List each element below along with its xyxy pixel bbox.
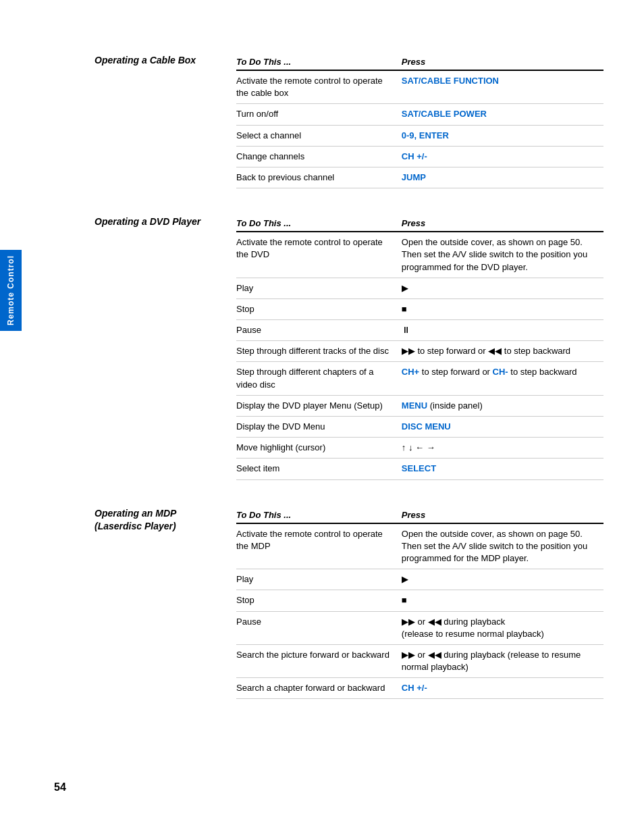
side-tab-label: Remote Control: [6, 255, 16, 325]
cell-description: Search a chapter forward or backward: [236, 678, 402, 699]
section-title-dvd: Operating a DVD Player: [95, 215, 216, 229]
cell-press: DISC MENU: [402, 417, 603, 438]
cell-press: SELECT: [402, 459, 603, 479]
cell-press: ▶▶ or ◀◀ during playback(release to resu…: [402, 611, 603, 644]
cell-description: Change channels: [236, 146, 402, 167]
table-row: Display the DVD MenuDISC MENU: [236, 417, 603, 438]
table-row: Search a chapter forward or backwardCH +…: [236, 678, 603, 699]
cell-press: ↑ ↓ ← →: [402, 438, 603, 459]
table-row: Step through different tracks of the dis…: [236, 341, 603, 362]
table-row: Play▶: [236, 278, 603, 298]
table-row: Select a channel0-9, ENTER: [236, 125, 603, 146]
section-title-cable-box: Operating a Cable Box: [95, 54, 216, 68]
table-row: Search the picture forward or backward▶▶…: [236, 644, 603, 677]
cell-press: MENU (inside panel): [402, 395, 603, 416]
table-cable-box: To Do This ... Press Activate the remote…: [236, 54, 603, 188]
table-row: Step through different chapters of a vid…: [236, 362, 603, 395]
section-table-col-cable-box: To Do This ... Press Activate the remote…: [236, 54, 603, 188]
section-title-col-mdp: Operating an MDP (Laserdisc Player): [95, 507, 216, 700]
section-title-col-cable-box: Operating a Cable Box: [95, 54, 216, 188]
cell-description: Display the DVD Menu: [236, 417, 402, 438]
col1-header-mdp: To Do This ...: [236, 507, 402, 523]
cell-press: Open the outside cover, as shown on page…: [402, 523, 603, 569]
cell-press: CH+ to step forward or CH- to step backw…: [402, 362, 603, 395]
cell-press: ▶: [402, 569, 603, 590]
section-dvd-player: Operating a DVD Player To Do This ... Pr…: [95, 215, 603, 479]
cell-press: JUMP: [402, 167, 603, 188]
cell-press: 0-9, ENTER: [402, 125, 603, 146]
cell-description: Stop: [236, 590, 402, 611]
table-row: Stop■: [236, 298, 603, 319]
cell-description: Play: [236, 569, 402, 590]
table-row: Activate the remote control to operate t…: [236, 70, 603, 104]
col2-header-mdp: Press: [402, 507, 603, 523]
side-tab: Remote Control: [0, 250, 22, 331]
section-table-col-dvd: To Do This ... Press Activate the remote…: [236, 215, 603, 479]
section-table-col-mdp: To Do This ... Press Activate the remote…: [236, 507, 603, 700]
section-cable-box: Operating a Cable Box To Do This ... Pre…: [95, 54, 603, 188]
cell-description: Activate the remote control to operate t…: [236, 523, 402, 569]
cell-description: Pause: [236, 320, 402, 341]
table-row: Activate the remote control to operate t…: [236, 523, 603, 569]
table-row: Back to previous channelJUMP: [236, 167, 603, 188]
table-row: Play▶: [236, 569, 603, 590]
table-row: Select itemSELECT: [236, 459, 603, 479]
cell-description: Back to previous channel: [236, 167, 402, 188]
table-mdp: To Do This ... Press Activate the remote…: [236, 507, 603, 700]
cell-press: ▶: [402, 278, 603, 298]
page-number: 54: [54, 781, 66, 793]
cell-description: Pause: [236, 611, 402, 644]
section-title-col-dvd: Operating a DVD Player: [95, 215, 216, 479]
table-dvd: To Do This ... Press Activate the remote…: [236, 215, 603, 479]
table-row: Move highlight (cursor)↑ ↓ ← →: [236, 438, 603, 459]
cell-description: Display the DVD player Menu (Setup): [236, 395, 402, 416]
cell-description: Play: [236, 278, 402, 298]
cell-press: CH +/-: [402, 678, 603, 699]
col1-header-cable-box: To Do This ...: [236, 54, 402, 70]
cell-press: ■: [402, 298, 603, 319]
main-content: Operating a Cable Box To Do This ... Pre…: [27, 0, 644, 766]
cell-description: Move highlight (cursor): [236, 438, 402, 459]
table-row: Change channelsCH +/-: [236, 146, 603, 167]
cell-press: CH +/-: [402, 146, 603, 167]
cell-description: Select item: [236, 459, 402, 479]
cell-description: Select a channel: [236, 125, 402, 146]
col2-header-cable-box: Press: [402, 54, 603, 70]
table-row: Stop■: [236, 590, 603, 611]
section-mdp-player: Operating an MDP (Laserdisc Player) To D…: [95, 507, 603, 700]
cell-description: Stop: [236, 298, 402, 319]
col2-header-dvd: Press: [402, 215, 603, 232]
cell-description: Search the picture forward or backward: [236, 644, 402, 677]
table-row: Activate the remote control to operate t…: [236, 232, 603, 278]
cell-description: Step through different chapters of a vid…: [236, 362, 402, 395]
cell-press: ▶▶ or ◀◀ during playback (release to res…: [402, 644, 603, 677]
cell-description: Activate the remote control to operate t…: [236, 70, 402, 104]
cell-press: Open the outside cover, as shown on page…: [402, 232, 603, 278]
cell-description: Step through different tracks of the dis…: [236, 341, 402, 362]
table-row: Display the DVD player Menu (Setup)MENU …: [236, 395, 603, 416]
cell-press: ▶▶ to step forward or ◀◀ to step backwar…: [402, 341, 603, 362]
table-row: Pause▶▶ or ◀◀ during playback(release to…: [236, 611, 603, 644]
table-row: Turn on/offSAT/CABLE POWER: [236, 104, 603, 125]
cell-description: Activate the remote control to operate t…: [236, 232, 402, 278]
table-row: Pause⏸: [236, 320, 603, 341]
cell-press: SAT/CABLE POWER: [402, 104, 603, 125]
cell-press: SAT/CABLE FUNCTION: [402, 70, 603, 104]
section-title-mdp: Operating an MDP (Laserdisc Player): [95, 507, 216, 533]
cell-press: ■: [402, 590, 603, 611]
cell-description: Turn on/off: [236, 104, 402, 125]
col1-header-dvd: To Do This ...: [236, 215, 402, 232]
cell-press: ⏸: [402, 320, 603, 341]
